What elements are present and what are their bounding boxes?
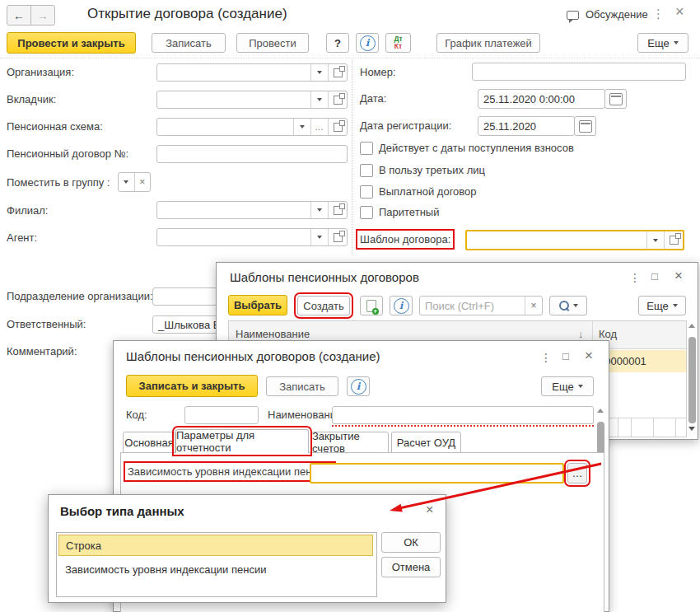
dialog-title: Выбор типа данных (60, 504, 184, 518)
indexation-choose-button-annotated[interactable]: … (567, 463, 587, 484)
group-clear-button[interactable]: × (134, 173, 151, 191)
create-window-menu-icon[interactable]: ⋮ (540, 351, 552, 364)
branch-dropdown[interactable] (310, 202, 328, 218)
new-document-icon (366, 300, 376, 312)
put-in-group-control[interactable]: × (118, 172, 151, 192)
save-button[interactable]: Записать (266, 376, 338, 396)
indexation-field[interactable] (310, 463, 564, 484)
create-more-button[interactable]: Еще (541, 376, 594, 396)
chevron-down-icon (578, 385, 583, 388)
create-window-close-icon[interactable]: × (585, 348, 593, 364)
search-options-button[interactable] (549, 296, 587, 315)
number-field[interactable] (472, 63, 686, 81)
depositor-open-button[interactable] (328, 91, 347, 108)
list-window-menu-icon[interactable]: ⋮ (629, 271, 641, 284)
open-icon (334, 206, 343, 215)
list-window-maximize-icon[interactable]: □ (651, 270, 658, 283)
payment-schedule-button[interactable]: График платежей (436, 33, 540, 53)
list-info-button[interactable]: i (390, 296, 413, 315)
main-more-button[interactable]: Еще (637, 33, 688, 53)
tab-oud-calc[interactable]: Расчет ОУД (391, 432, 461, 453)
tab-account-closing[interactable]: Закрытие счетов (311, 432, 389, 453)
code-field[interactable] (184, 406, 259, 424)
depositor-field[interactable] (156, 91, 348, 109)
agent-dropdown[interactable] (310, 229, 328, 245)
discussion-link[interactable]: Обсуждение (586, 8, 648, 21)
create-info-button[interactable]: i (347, 376, 370, 396)
main-close-icon[interactable]: × (675, 3, 684, 21)
column-header-code[interactable]: Код (599, 328, 617, 340)
cancel-button[interactable]: Отмена (381, 557, 441, 577)
group-dropdown[interactable] (119, 173, 134, 191)
search-clear-icon[interactable]: × (525, 297, 542, 315)
checkbox-label[interactable]: Выплатной договор (379, 185, 477, 198)
list-window-close-icon[interactable]: × (674, 268, 683, 284)
checkbox-label[interactable]: Паритетный (379, 206, 439, 218)
depositor-label: Вкладчик: (7, 93, 56, 105)
tab-reporting-params-annotated[interactable]: Параметры для отчетности (175, 429, 309, 453)
type-option-string[interactable]: Строка (58, 535, 373, 556)
organization-field[interactable] (156, 63, 348, 82)
tab-main[interactable]: Основная (123, 432, 175, 453)
chevron-down-icon (317, 208, 322, 212)
branch-field[interactable] (156, 201, 348, 219)
pension-scheme-open-button[interactable] (328, 119, 347, 135)
create-button-annotated[interactable]: Создать (297, 296, 350, 315)
dt-kt-button[interactable]: Дт Кт (385, 33, 411, 53)
contract-number-field[interactable] (156, 145, 348, 163)
agent-open-button[interactable] (328, 229, 347, 245)
checkbox-payout-contract[interactable] (360, 185, 373, 199)
post-and-close-button[interactable]: Провести и закрыть (7, 32, 136, 54)
agent-field[interactable] (156, 228, 348, 246)
date-field[interactable]: 25.11.2020 0:00:00 (478, 89, 605, 109)
reg-date-calendar-button[interactable] (574, 116, 596, 136)
pension-scheme-field[interactable]: … (156, 118, 348, 136)
checkbox-parity[interactable] (360, 206, 373, 219)
depositor-dropdown[interactable] (310, 91, 328, 108)
branch-open-button[interactable] (328, 202, 347, 218)
scroll-down-icon[interactable] (688, 427, 695, 431)
column-header-name[interactable]: Наименование (236, 328, 310, 340)
checkbox-third-party[interactable] (360, 164, 373, 177)
checkbox-label[interactable]: Действует с даты поступления взносов (379, 142, 574, 154)
open-icon (334, 123, 343, 132)
template-label-annotated: Шаблон договора: (360, 233, 450, 245)
template-dropdown[interactable] (646, 231, 664, 249)
checkbox-active-from-contributions[interactable] (360, 142, 373, 155)
ok-button[interactable]: ОК (381, 532, 441, 553)
write-button[interactable]: Записать (152, 33, 226, 53)
name-field[interactable] (332, 406, 594, 424)
scroll-up-icon[interactable] (688, 324, 695, 328)
back-icon: ← (13, 9, 25, 22)
organization-dropdown[interactable] (310, 64, 328, 81)
discussion-icon[interactable] (567, 11, 579, 20)
select-button[interactable]: Выбрать (228, 295, 287, 315)
save-and-close-button[interactable]: Записать и закрыть (126, 375, 258, 397)
list-more-button[interactable]: Еще (638, 296, 686, 315)
nav-forward-button[interactable]: → (30, 5, 55, 26)
reg-date-field[interactable]: 25.11.2020 (478, 116, 575, 136)
search-input[interactable] (420, 297, 525, 315)
footer-tick (653, 418, 654, 437)
type-option-indexation[interactable]: Зависимость уровня индексации пенсии (59, 559, 372, 579)
list-scrollbar-thumb[interactable] (688, 337, 696, 423)
post-button[interactable]: Провести (236, 33, 309, 53)
info-button[interactable]: i (356, 33, 379, 53)
template-field[interactable] (465, 230, 684, 250)
dialog-close-icon[interactable]: × (426, 502, 433, 517)
template-open-button[interactable] (664, 231, 683, 249)
pension-scheme-choose-button[interactable]: … (310, 119, 328, 135)
nav-back-button[interactable]: ← (7, 5, 31, 26)
create-new-item-button[interactable] (360, 296, 383, 315)
create-window-maximize-icon[interactable]: □ (562, 350, 569, 362)
header-menu-icon[interactable]: ⋮ (652, 7, 665, 21)
open-icon (334, 96, 343, 105)
search-box[interactable]: × (419, 296, 543, 315)
help-button[interactable]: ? (326, 33, 349, 53)
pension-scheme-dropdown[interactable] (293, 119, 310, 135)
put-in-group-label: Поместить в группу : (7, 176, 110, 189)
checkbox-label[interactable]: В пользу третьих лиц (379, 164, 485, 176)
organization-open-button[interactable] (328, 64, 347, 81)
date-calendar-button[interactable] (604, 89, 627, 109)
scroll-up-icon[interactable] (597, 409, 604, 413)
